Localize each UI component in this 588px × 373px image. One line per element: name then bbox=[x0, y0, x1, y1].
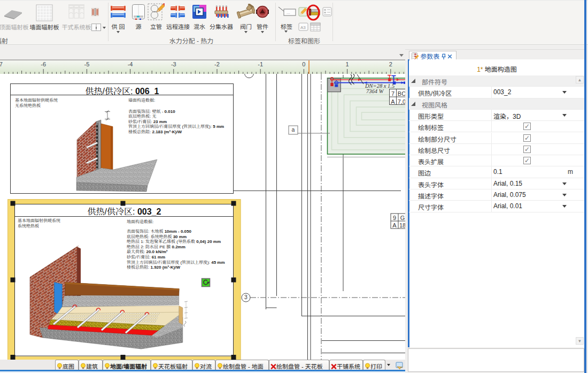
svg-text:-3: -3 bbox=[171, 61, 176, 67]
svg-text:0: 0 bbox=[302, 61, 305, 67]
svg-text:-7: -7 bbox=[0, 61, 3, 67]
svg-text:-4: -4 bbox=[128, 61, 133, 67]
svg-text:-6: -6 bbox=[41, 61, 46, 67]
svg-text:-1: -1 bbox=[258, 61, 263, 67]
svg-text:A3: A3 bbox=[300, 25, 306, 30]
svg-text:-2: -2 bbox=[214, 61, 220, 67]
svg-text:-5: -5 bbox=[84, 61, 90, 67]
svg-text:...: ... bbox=[287, 10, 290, 15]
svg-text:1: 1 bbox=[346, 61, 349, 67]
svg-text:2: 2 bbox=[389, 61, 392, 67]
